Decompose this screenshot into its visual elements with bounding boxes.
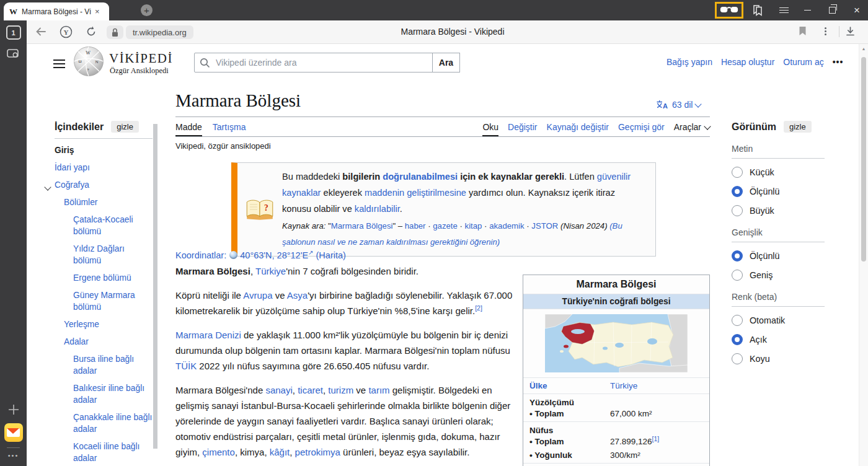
sidebar-item[interactable]: Yerleşme [55, 319, 153, 330]
article-tab[interactable]: Madde [175, 122, 202, 136]
header-more-icon[interactable]: ••• [833, 57, 844, 67]
inline-link[interactable]: sanayi [265, 385, 292, 395]
article-tab[interactable]: Geçmişi gör [618, 122, 665, 136]
inline-link[interactable]: [1] [652, 435, 660, 442]
inline-link[interactable]: maddenin geliştirilmesine [365, 188, 466, 198]
inline-link[interactable]: Marmara Bölgesi [331, 221, 393, 231]
inline-link[interactable]: kitap [465, 221, 482, 231]
radio-button[interactable] [732, 250, 743, 262]
mail-icon[interactable] [0, 423, 27, 442]
radio-option[interactable]: Büyük [732, 205, 825, 216]
sidebar-item[interactable]: Bölümler [55, 196, 153, 208]
radio-button[interactable] [732, 353, 743, 364]
sidebar-item[interactable]: Balıkesir iline bağlı adalar [55, 382, 153, 406]
page-scrollbar[interactable]: ▲ [859, 43, 868, 466]
radio-option[interactable]: Geniş [732, 270, 825, 281]
sidebar-item[interactable]: İdari yapı [55, 162, 153, 174]
tab-close-icon[interactable]: × [95, 7, 100, 16]
toc-scrollbar[interactable] [153, 124, 157, 449]
radio-option[interactable]: Otomatik [732, 315, 825, 326]
sidebar-item[interactable]: Güney Marmara bölümü [55, 289, 153, 313]
scrollbar-thumb[interactable] [861, 57, 866, 262]
radio-option[interactable]: Koyu [732, 353, 825, 364]
workspace-1-badge[interactable]: 1 [0, 25, 27, 40]
inline-link[interactable]: Türkiye [255, 266, 286, 276]
bookmark-icon[interactable] [797, 25, 808, 37]
inline-link[interactable]: kaldırılabilir [355, 204, 400, 214]
radio-button[interactable] [732, 334, 743, 345]
sidebar-item[interactable]: Çatalca-Kocaeli bölümü [55, 214, 153, 237]
radio-option[interactable]: Ölçünlü [732, 250, 825, 262]
search-box[interactable] [194, 53, 433, 73]
restore-window-icon[interactable] [823, 0, 841, 20]
sidebar-item[interactable]: Bursa iline bağlı adalar [55, 353, 153, 377]
sidebar-item[interactable]: Ergene bölümü [55, 272, 153, 284]
url-field[interactable]: tr.wikipedia.org [126, 25, 193, 39]
browser-logo-icon[interactable]: Y [60, 25, 73, 38]
appearance-hide-button[interactable]: gizle [784, 121, 812, 133]
inline-link[interactable]: Asya [287, 290, 308, 301]
inline-link[interactable]: ↗ [308, 249, 313, 256]
inline-link[interactable]: 40°63'N, 28°12'E [240, 250, 308, 260]
wiki-menu-icon[interactable] [53, 57, 65, 71]
wiki-wordmark[interactable]: VİKİPEDİ [109, 51, 173, 66]
library-icon[interactable] [749, 0, 766, 20]
lock-icon[interactable] [107, 25, 123, 39]
donate-link[interactable]: Bağış yapın [666, 57, 712, 67]
inline-link[interactable]: doğrulanabilmesi [383, 172, 458, 182]
inline-link[interactable]: akademik [489, 221, 524, 231]
inline-link[interactable]: Marmara Denizi [175, 330, 241, 340]
radio-button[interactable] [732, 167, 743, 178]
radio-option[interactable]: Açık [732, 334, 825, 345]
inline-link[interactable]: çimento [202, 447, 235, 457]
inline-link[interactable]: haber [405, 221, 426, 231]
language-selector[interactable]: A 63 dil [656, 100, 701, 110]
scrollbar-up-arrow[interactable]: ▲ [859, 43, 868, 51]
inline-link[interactable]: petrokimya [295, 447, 340, 457]
infobox-label[interactable]: Ülke [529, 381, 610, 390]
radio-option[interactable]: Küçük [732, 167, 825, 178]
sidebar-item[interactable]: Çanakkale iline bağlı adalar [55, 411, 153, 435]
browser-tab[interactable]: W Marmara Bölgesi - Vikipedi × [4, 2, 109, 20]
rail-plus-icon[interactable] [0, 403, 27, 416]
article-tab[interactable]: Araçlar [674, 122, 710, 136]
article-tab[interactable]: Oku [482, 122, 498, 136]
toc-hide-button[interactable]: gizle [111, 121, 139, 133]
chevron-down-icon[interactable] [45, 181, 50, 193]
rail-more-icon[interactable]: ••• [0, 452, 27, 459]
search-input[interactable] [215, 57, 427, 68]
back-icon[interactable] [34, 25, 48, 38]
inline-link[interactable]: Koordinatlar: [175, 250, 229, 260]
glasses-icon[interactable] [720, 5, 738, 16]
radio-button[interactable] [732, 315, 743, 326]
inline-link[interactable]: ticaret [298, 385, 323, 395]
article-tab[interactable]: Tartışma [213, 122, 246, 136]
new-tab-button[interactable]: + [141, 4, 153, 16]
download-icon[interactable] [844, 25, 856, 37]
inline-link[interactable]: gazete [433, 221, 458, 231]
reload-icon[interactable] [85, 25, 97, 38]
inline-link[interactable]: Avrupa [243, 290, 272, 301]
radio-button[interactable] [732, 205, 743, 216]
screenshot-icon[interactable] [0, 47, 27, 60]
article-tab[interactable]: Kaynağı değiştir [547, 122, 609, 136]
nav-more-icon[interactable] [825, 26, 826, 37]
close-window-icon[interactable]: × [848, 0, 866, 20]
minimize-icon[interactable] [799, 0, 816, 20]
sidebar-item[interactable]: Adalar [55, 336, 153, 348]
wikipedia-logo[interactable]: W Ω N 7 [73, 46, 104, 79]
browser-menu-icon[interactable] [775, 0, 792, 20]
sidebar-item[interactable]: Yıldız Dağları bölümü [55, 243, 153, 266]
map-image[interactable] [523, 309, 709, 377]
radio-option[interactable]: Ölçünlü [732, 186, 825, 197]
radio-button[interactable] [732, 186, 743, 197]
login-link[interactable]: Oturum aç [783, 57, 823, 67]
inline-link[interactable]: tarım [368, 385, 389, 395]
inline-link[interactable]: JSTOR [531, 221, 558, 231]
sidebar-item[interactable]: Coğrafya [55, 179, 153, 191]
inline-link[interactable]: [2] [475, 304, 482, 312]
create-account-link[interactable]: Hesap oluştur [721, 57, 774, 67]
article-tab[interactable]: Değiştir [508, 122, 537, 136]
sidebar-item[interactable]: Kocaeli iline bağlı adalar [55, 441, 153, 464]
infobox-value[interactable]: Türkiye [610, 381, 704, 390]
